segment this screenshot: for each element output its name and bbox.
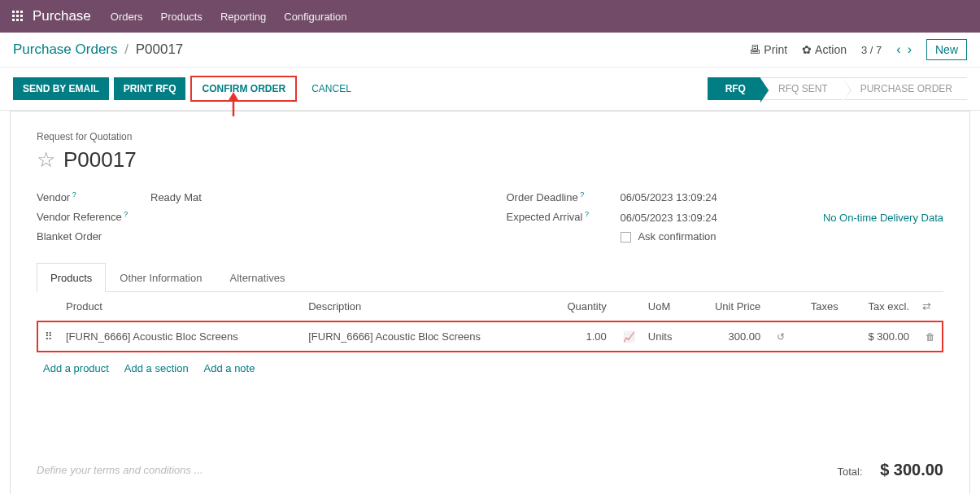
- star-icon[interactable]: ☆: [37, 147, 55, 173]
- status-purchase-order[interactable]: PURCHASE ORDER: [843, 77, 967, 100]
- send-by-email-button[interactable]: SEND BY EMAIL: [13, 77, 109, 100]
- annotation-highlight-confirm: CONFIRM ORDER: [190, 76, 297, 102]
- ask-confirmation-checkbox[interactable]: [621, 232, 631, 243]
- print-button[interactable]: 🖶 Print: [749, 43, 787, 56]
- tab-products[interactable]: Products: [37, 263, 106, 292]
- menu-reporting[interactable]: Reporting: [220, 11, 266, 23]
- line-unit-price[interactable]: 300.00: [690, 321, 768, 352]
- action-button[interactable]: ✿ Action: [802, 43, 847, 56]
- svg-rect-8: [20, 19, 23, 21]
- gear-icon: ✿: [802, 43, 812, 56]
- top-navbar: Purchase Orders Products Reporting Confi…: [0, 0, 980, 33]
- tab-other-information[interactable]: Other Information: [106, 263, 216, 292]
- confirm-order-button[interactable]: CONFIRM ORDER: [192, 77, 295, 100]
- vendor-value[interactable]: Ready Mat: [150, 191, 202, 203]
- action-label: Action: [815, 43, 847, 56]
- svg-rect-0: [12, 11, 15, 13]
- add-section-link[interactable]: Add a section: [124, 362, 189, 374]
- breadcrumb-sep: /: [124, 42, 128, 57]
- total-value: $ 300.00: [880, 461, 943, 479]
- line-taxes[interactable]: [791, 321, 844, 352]
- help-icon[interactable]: ?: [122, 210, 128, 218]
- control-panel: Purchase Orders / P00017 🖶 Print ✿ Actio…: [0, 33, 980, 68]
- line-quantity[interactable]: 1.00: [544, 321, 612, 352]
- blanket-order-label: Blanket Order: [37, 230, 150, 243]
- menu-products[interactable]: Products: [161, 11, 203, 23]
- col-description[interactable]: Description: [302, 292, 544, 321]
- pager-next-icon[interactable]: ›: [908, 42, 912, 57]
- breadcrumb-parent[interactable]: Purchase Orders: [13, 42, 118, 57]
- col-uom[interactable]: UoM: [642, 292, 690, 321]
- order-deadline-value[interactable]: 06/05/2023 13:09:24: [621, 191, 717, 203]
- status-bar: RFQ RFQ SENT PURCHASE ORDER: [708, 77, 967, 100]
- record-title: P00017: [63, 147, 137, 173]
- tab-alternatives[interactable]: Alternatives: [216, 263, 298, 292]
- help-icon[interactable]: ?: [582, 210, 589, 218]
- expected-arrival-label: Expected Arrival: [507, 212, 583, 224]
- print-label: Print: [764, 43, 787, 56]
- total-label: Total:: [837, 466, 862, 478]
- terms-input[interactable]: Define your terms and conditions ...: [37, 464, 203, 476]
- action-bar: SEND BY EMAIL PRINT RFQ CONFIRM ORDER CA…: [0, 68, 980, 111]
- order-deadline-label: Order Deadline: [507, 191, 578, 203]
- status-rfq-sent[interactable]: RFQ SENT: [760, 77, 843, 100]
- new-button[interactable]: New: [926, 39, 967, 60]
- menu-orders[interactable]: Orders: [111, 11, 143, 23]
- ask-confirmation-label: Ask confirmation: [638, 230, 716, 243]
- top-menu: Orders Products Reporting Configuration: [111, 11, 347, 23]
- drag-handle-icon[interactable]: ⠿: [37, 321, 59, 352]
- add-row-bar: Add a product Add a section Add a note: [37, 352, 943, 384]
- menu-configuration[interactable]: Configuration: [284, 11, 346, 23]
- svg-rect-1: [16, 11, 19, 13]
- line-subtotal: $ 300.00: [845, 321, 916, 352]
- line-description[interactable]: [FURN_6666] Acoustic Bloc Screens: [302, 321, 544, 352]
- svg-rect-4: [16, 15, 19, 17]
- apps-grid-icon[interactable]: [11, 10, 24, 23]
- col-unit-price[interactable]: Unit Price: [690, 292, 768, 321]
- delete-row-icon[interactable]: 🗑: [926, 331, 935, 343]
- form-sheet: Request for Quotation ☆ P00017 Vendor ? …: [10, 111, 970, 494]
- help-icon[interactable]: ?: [70, 190, 76, 199]
- svg-rect-2: [20, 11, 23, 13]
- form-subtitle: Request for Quotation: [37, 131, 943, 142]
- pager-count: 3 / 7: [861, 44, 882, 56]
- col-product[interactable]: Product: [59, 292, 302, 321]
- breadcrumb-current: P00017: [136, 42, 184, 57]
- table-row[interactable]: ⠿ [FURN_6666] Acoustic Bloc Screens [FUR…: [37, 321, 943, 352]
- expected-arrival-value[interactable]: 06/05/2023 13:09:24: [621, 212, 717, 224]
- order-lines-table: Product Description Quantity UoM Unit Pr…: [37, 292, 943, 352]
- status-rfq[interactable]: RFQ: [708, 77, 760, 100]
- print-rfq-button[interactable]: PRINT RFQ: [114, 77, 186, 100]
- delivery-data-link[interactable]: No On-time Delivery Data: [823, 212, 943, 224]
- breadcrumb: Purchase Orders / P00017: [13, 42, 183, 58]
- notebook-tabs: Products Other Information Alternatives: [37, 262, 943, 292]
- help-icon[interactable]: ?: [578, 190, 585, 199]
- col-taxes[interactable]: Taxes: [791, 292, 844, 321]
- line-uom[interactable]: Units: [642, 321, 690, 352]
- svg-rect-5: [20, 15, 23, 17]
- line-product[interactable]: [FURN_6666] Acoustic Bloc Screens: [59, 321, 302, 352]
- vendor-reference-label: Vendor Reference: [37, 212, 122, 224]
- vendor-label: Vendor: [37, 191, 70, 203]
- add-product-link[interactable]: Add a product: [43, 362, 109, 374]
- columns-config-icon[interactable]: ⇄: [922, 300, 931, 313]
- col-quantity[interactable]: Quantity: [544, 292, 612, 321]
- forecast-icon[interactable]: 📈: [623, 331, 635, 343]
- add-note-link[interactable]: Add a note: [204, 362, 255, 374]
- cancel-button[interactable]: CANCEL: [302, 77, 361, 100]
- history-icon[interactable]: ↺: [777, 331, 785, 343]
- svg-rect-6: [12, 19, 15, 21]
- svg-rect-7: [16, 19, 19, 21]
- col-tax-excl[interactable]: Tax excl.: [845, 292, 916, 321]
- svg-rect-3: [12, 15, 15, 17]
- app-name[interactable]: Purchase: [33, 8, 91, 24]
- pager-prev-icon[interactable]: ‹: [896, 42, 900, 57]
- print-icon: 🖶: [749, 43, 760, 56]
